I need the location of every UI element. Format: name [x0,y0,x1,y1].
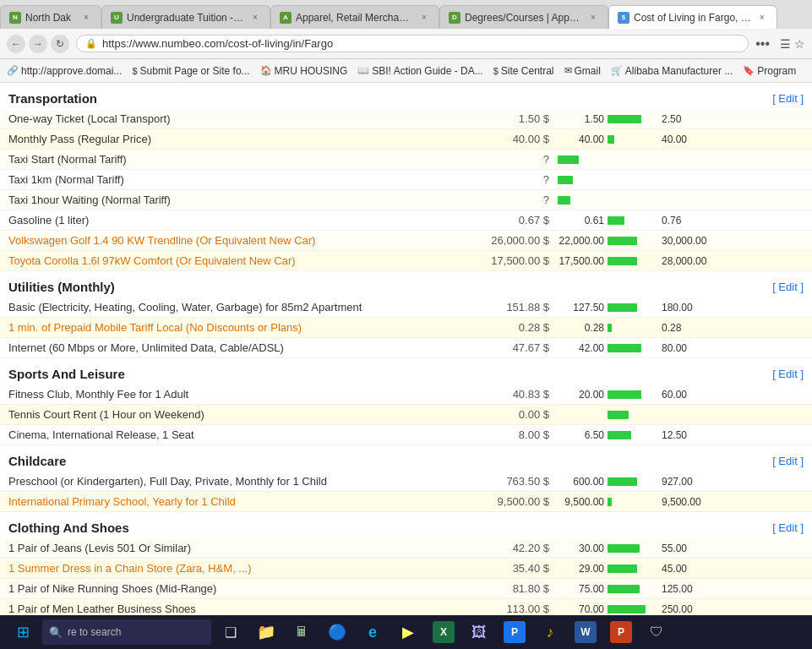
row-range: 600.00927.00 [558,476,804,488]
range-min: 9,500.00 [558,496,604,508]
chrome-button[interactable]: 🔵 [322,617,352,646]
range-min: 127.50 [558,302,604,314]
word-button[interactable]: W [570,617,601,646]
range-bar [558,196,570,205]
calculator-button[interactable]: 🖩 [286,617,317,646]
bookmark-icons: ☰ ☆ [780,37,805,51]
row-label: Internet (60 Mbps or More, Unlimited Dat… [8,341,473,354]
row-value: 113.00 $ [473,603,558,615]
bookmark-program[interactable]: 🔖 Program [743,65,796,77]
row-label: Monthly Pass (Regular Price) [8,133,473,145]
range-bar-container [608,236,658,246]
reading-list-icon[interactable]: ☰ [780,37,791,51]
range-bar [608,585,640,593]
range-bar [608,324,612,332]
edit-link[interactable]: [ Edit ] [772,92,804,105]
task-view-button[interactable]: ❑ [215,617,246,646]
row-value: 17,500.00 $ [473,254,558,267]
taskbar-search-icon: 🔍 [49,626,63,639]
bookmark-gmail[interactable]: ✉ Gmail [564,65,601,77]
url-text: https://www.numbeo.com/cost-of-living/in… [102,37,739,50]
photos-button[interactable]: 🖼 [464,617,494,646]
range-min: 42.00 [558,342,604,354]
table-row: Taxi 1km (Normal Tariff)? [0,170,812,190]
browser-tab-t2[interactable]: UUndergraduate Tuition - Fall 20× [101,5,270,29]
bookmark-label: Gmail [575,65,601,77]
range-min: 29.00 [558,563,604,575]
range-bar-container [608,430,658,440]
tab-close-icon[interactable]: × [756,12,768,24]
range-bar [608,477,637,486]
edit-link[interactable]: [ Edit ] [772,368,804,380]
tab-close-icon[interactable]: × [80,12,92,24]
windows-start-icon[interactable]: ⊞ [8,617,38,646]
row-label: Basic (Electricity, Heating, Cooling, Wa… [8,301,473,314]
row-range: 29.0045.00 [558,563,804,575]
row-range: 40.0040.00 [558,134,804,145]
row-label: Taxi Start (Normal Tariff) [8,153,473,166]
edit-link[interactable]: [ Edit ] [772,455,804,467]
browser-window: NNorth Dak×UUndergraduate Tuition - Fall… [0,0,812,646]
table-row: Toyota Corolla 1.6l 97kW Comfort (Or Equ… [0,251,812,271]
address-box[interactable]: 🔒 https://www.numbeo.com/cost-of-living/… [76,35,749,52]
bookmark-alibaba[interactable]: 🛒 Alibaba Manufacturer ... [611,65,733,77]
range-max: 0.28 [662,322,708,334]
excel-button[interactable]: X [428,617,459,646]
range-max: 28,000.00 [662,255,708,267]
tab-close-icon[interactable]: × [418,12,430,24]
back-button[interactable]: ← [7,35,25,53]
taskbar-search-box[interactable]: 🔍 re to search [42,619,211,645]
range-max: 45.00 [662,563,708,575]
publisher-button[interactable]: P [499,617,530,646]
range-max: 30,000.00 [662,235,708,247]
section-title: Transportation [8,91,766,106]
range-bar-container [608,497,658,507]
tab-favicon: N [9,12,21,24]
edge-button[interactable]: e [357,617,388,646]
tab-title: North Dak [25,12,76,24]
bookmark-site-central[interactable]: $ Site Central [493,65,554,77]
bookmark-approve[interactable]: 🔗 http://approve.domai... [7,65,122,77]
section-title: Sports And Leisure [8,367,766,381]
table-row: Cinema, International Release, 1 Seat8.0… [0,425,812,445]
folder-button[interactable]: 📁 [251,617,281,646]
row-range [558,175,804,185]
tab-favicon: $ [618,12,629,24]
bookmark-sbi[interactable]: 📖 SBI! Action Guide - DA... [357,65,482,77]
tab-title: Cost of Living in Fargo, North [634,12,752,24]
browser-tab-t3[interactable]: AApparel, Retail Merchandising× [270,5,439,29]
row-value: ? [473,153,558,166]
powerpoint-button[interactable]: P [606,617,636,646]
bookmark-submit[interactable]: $ Submit Page or Site fo... [132,65,249,77]
table-row: Fitness Club, Monthly Fee for 1 Adult40.… [0,384,812,405]
tab-favicon: D [449,12,460,24]
range-max: 9,500.00 [662,496,708,508]
winamp-button[interactable]: ♪ [535,617,565,646]
media-player-button[interactable]: ▶ [393,617,423,646]
tab-close-icon[interactable]: × [587,12,599,24]
more-options-icon[interactable]: ••• [755,36,770,52]
range-max: 55.00 [662,543,708,554]
row-range: 20.0060.00 [558,389,804,401]
edit-link[interactable]: [ Edit ] [772,521,804,534]
refresh-button[interactable]: ↻ [51,35,69,53]
tab-close-icon[interactable]: × [249,12,261,24]
browser-tab-t4[interactable]: DDegrees/Courses | Apparel, Me× [439,5,608,29]
row-value: 42.20 $ [473,542,558,554]
table-row: One-way Ticket (Local Transport)1.50 $1.… [0,109,812,129]
bookmark-label: MRU HOUSING [275,65,348,77]
table-row: Gasoline (1 liter)0.67 $0.610.76 [0,210,812,231]
forward-button[interactable]: → [29,35,47,53]
tab-bar: NNorth Dak×UUndergraduate Tuition - Fall… [0,0,812,29]
edit-link[interactable]: [ Edit ] [772,281,804,293]
star-icon[interactable]: ☆ [794,37,805,51]
browser-tab-t1[interactable]: NNorth Dak× [0,5,101,29]
range-max: 927.00 [662,476,708,488]
shield-button[interactable]: 🛡 [641,617,672,646]
section-header-transportation: Transportation[ Edit ] [0,83,812,109]
browser-tab-t5[interactable]: $Cost of Living in Fargo, North× [608,5,777,29]
bookmark-mru[interactable]: 🏠 MRU HOUSING [260,65,348,77]
row-label: Cinema, International Release, 1 Seat [8,428,473,441]
table-row: 1 min. of Prepaid Mobile Tariff Local (N… [0,318,812,338]
bookmark-label: Program [757,65,796,77]
